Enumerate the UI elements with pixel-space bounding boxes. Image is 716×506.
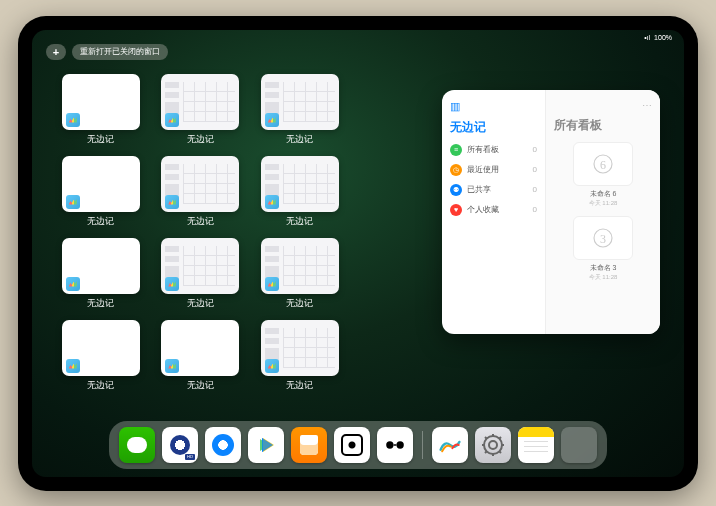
window-thumbnail[interactable]: 无边记 <box>259 74 341 146</box>
svg-point-8 <box>396 441 403 448</box>
window-label: 无边记 <box>87 215 114 228</box>
window-thumbnail[interactable]: 无边记 <box>60 320 142 392</box>
sidebar-item-clock[interactable]: ◷最近使用0 <box>450 164 537 176</box>
board-sublabel: 今天 11:28 <box>554 273 652 282</box>
svg-point-7 <box>386 441 393 448</box>
dock-app-settings[interactable] <box>475 427 511 463</box>
dock-app-wechat[interactable] <box>119 427 155 463</box>
freeform-app-icon <box>265 195 279 209</box>
sidebar-item-label: 最近使用 <box>467 164 499 175</box>
freeform-app-icon <box>265 277 279 291</box>
window-label: 无边记 <box>187 133 214 146</box>
svg-point-11 <box>489 441 497 449</box>
ipad-frame: •ıl 100% + 重新打开已关闭的窗口 无边记无边记无边记无边记无边记无边记… <box>18 16 698 491</box>
sidebar-item-heart[interactable]: ♥个人收藏0 <box>450 204 537 216</box>
window-label: 无边记 <box>187 297 214 310</box>
board-card[interactable]: 3未命名 3今天 11:28 <box>554 216 652 282</box>
freeform-window[interactable]: ▥ 无边记 ≡所有看板0◷最近使用0⚉已共享0♥个人收藏0 ⋯ 所有看板 6未命… <box>442 90 660 334</box>
reopen-closed-window-button[interactable]: 重新打开已关闭的窗口 <box>72 44 168 60</box>
window-thumbnail[interactable]: 无边记 <box>259 156 341 228</box>
sidebar-item-people[interactable]: ⚉已共享0 <box>450 184 537 196</box>
more-icon[interactable]: ⋯ <box>642 100 652 111</box>
svg-text:3: 3 <box>600 231 606 245</box>
window-label: 无边记 <box>187 379 214 392</box>
freeform-app-icon <box>165 277 179 291</box>
window-label: 无边记 <box>87 133 114 146</box>
window-thumbnail[interactable]: 无边记 <box>160 156 242 228</box>
dock-separator <box>422 431 423 459</box>
dock-app-dots[interactable] <box>334 427 370 463</box>
freeform-app-icon <box>165 113 179 127</box>
svg-line-18 <box>485 451 487 453</box>
board-sublabel: 今天 11:28 <box>554 199 652 208</box>
dock-app-folder[interactable] <box>561 427 597 463</box>
freeform-app-icon <box>66 277 80 291</box>
window-label: 无边记 <box>286 133 313 146</box>
list-icon: ≡ <box>450 144 462 156</box>
dock: HD <box>109 421 607 469</box>
dock-app-browser[interactable] <box>205 427 241 463</box>
sidebar-item-label: 已共享 <box>467 184 491 195</box>
window-thumbnail[interactable]: 无边记 <box>160 74 242 146</box>
freeform-app-icon <box>66 113 80 127</box>
svg-marker-6 <box>262 438 273 452</box>
dock-app-assist[interactable] <box>377 427 413 463</box>
window-thumbnail[interactable]: 无边记 <box>160 238 242 310</box>
freeform-app-icon <box>265 113 279 127</box>
status-bar: •ıl 100% <box>644 34 672 41</box>
battery-label: 100% <box>654 34 672 41</box>
sidebar-item-list[interactable]: ≡所有看板0 <box>450 144 537 156</box>
window-thumbnail[interactable]: 无边记 <box>259 238 341 310</box>
window-thumbnail[interactable]: 无边记 <box>259 320 341 392</box>
sidebar-item-label: 个人收藏 <box>467 204 499 215</box>
freeform-app-icon <box>265 359 279 373</box>
freeform-app-icon <box>66 195 80 209</box>
window-label: 无边记 <box>286 379 313 392</box>
window-thumbnail[interactable]: 无边记 <box>160 320 242 392</box>
window-label: 无边记 <box>286 297 313 310</box>
freeform-app-icon <box>165 195 179 209</box>
dock-app-books[interactable] <box>291 427 327 463</box>
sidebar-title: 无边记 <box>450 119 537 136</box>
dock-app-freeform[interactable] <box>432 427 468 463</box>
sidebar-item-count: 0 <box>533 205 537 214</box>
sidebar-item-label: 所有看板 <box>467 144 499 155</box>
board-preview: 6 <box>573 142 633 186</box>
window-label: 无边记 <box>286 215 313 228</box>
people-icon: ⚉ <box>450 184 462 196</box>
top-controls: + 重新打开已关闭的窗口 <box>46 44 168 60</box>
window-label: 无边记 <box>87 297 114 310</box>
content-title: 所有看板 <box>554 117 652 134</box>
board-preview: 3 <box>573 216 633 260</box>
dock-app-video[interactable] <box>248 427 284 463</box>
clock-icon: ◷ <box>450 164 462 176</box>
window-grid: 无边记无边记无边记无边记无边记无边记无边记无边记无边记无边记无边记无边记 <box>60 74 440 392</box>
heart-icon: ♥ <box>450 204 462 216</box>
board-card[interactable]: 6未命名 6今天 11:28 <box>554 142 652 208</box>
window-thumbnail[interactable]: 无边记 <box>60 156 142 228</box>
freeform-app-icon <box>66 359 80 373</box>
dock-app-notes[interactable] <box>518 427 554 463</box>
new-window-button[interactable]: + <box>46 44 66 60</box>
sidebar-item-count: 0 <box>533 165 537 174</box>
svg-line-16 <box>485 437 487 439</box>
sidebar-item-count: 0 <box>533 185 537 194</box>
freeform-app-icon <box>165 359 179 373</box>
window-label: 无边记 <box>187 215 214 228</box>
screen: •ıl 100% + 重新打开已关闭的窗口 无边记无边记无边记无边记无边记无边记… <box>32 30 684 477</box>
freeform-sidebar: ▥ 无边记 ≡所有看板0◷最近使用0⚉已共享0♥个人收藏0 <box>442 90 546 334</box>
board-label: 未命名 6 <box>554 189 652 199</box>
window-thumbnail[interactable]: 无边记 <box>60 74 142 146</box>
window-label: 无边记 <box>87 379 114 392</box>
freeform-content: ⋯ 所有看板 6未命名 6今天 11:283未命名 3今天 11:28 <box>546 90 660 334</box>
sidebar-toggle-icon[interactable]: ▥ <box>450 100 460 113</box>
dock-app-quark[interactable]: HD <box>162 427 198 463</box>
board-label: 未命名 3 <box>554 263 652 273</box>
window-thumbnail[interactable]: 无边记 <box>60 238 142 310</box>
svg-line-17 <box>499 451 501 453</box>
svg-line-19 <box>499 437 501 439</box>
sidebar-item-count: 0 <box>533 145 537 154</box>
signal-icon: •ıl <box>644 34 650 41</box>
svg-text:6: 6 <box>600 157 606 171</box>
